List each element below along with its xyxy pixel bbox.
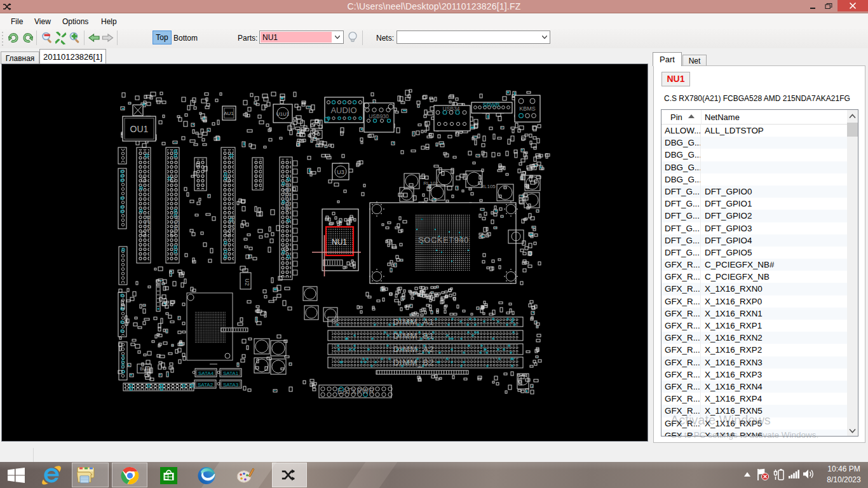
svg-text:SATA2: SATA2 <box>198 382 214 388</box>
svg-text:USB930: USB930 <box>369 113 389 119</box>
svg-text:SPWR: SPWR <box>483 102 501 108</box>
svg-text:USB34: USB34 <box>443 105 460 112</box>
svg-text:SATA4: SATA4 <box>198 370 214 376</box>
svg-text:AU1: AU1 <box>224 111 234 116</box>
svg-text:DIMM_B1: DIMM_B1 <box>393 331 435 341</box>
svg-text:AUDIO: AUDIO <box>330 105 356 115</box>
svg-text:PCI3: PCI3 <box>144 215 151 231</box>
svg-text:DIMM_A1: DIMM_A1 <box>393 317 435 327</box>
svg-text:PANEL: PANEL <box>121 355 125 370</box>
svg-text:PCI2: PCI2 <box>173 215 180 231</box>
svg-text:U3: U3 <box>337 169 344 175</box>
svg-text:NU1: NU1 <box>332 238 347 247</box>
svg-text:U1U1: U1U1 <box>276 111 290 117</box>
svg-text:DIMM_B2: DIMM_B2 <box>393 358 435 367</box>
svg-text:DIMM_A2: DIMM_A2 <box>393 344 435 354</box>
svg-text:U2: U2 <box>244 278 250 286</box>
svg-text:PCIEX16: PCIEX16 <box>284 182 292 211</box>
svg-text:SATA3: SATA3 <box>223 382 239 388</box>
svg-text:OU1: OU1 <box>130 124 149 134</box>
svg-text:PCI1: PCI1 <box>228 215 236 231</box>
svg-text:RL105: RL105 <box>480 184 496 189</box>
svg-text:EATXPWR: EATXPWR <box>337 387 375 396</box>
svg-text:BU1: BU1 <box>140 367 149 371</box>
svg-text:SATA1: SATA1 <box>223 370 239 376</box>
svg-text:KBMS: KBMS <box>519 105 536 112</box>
